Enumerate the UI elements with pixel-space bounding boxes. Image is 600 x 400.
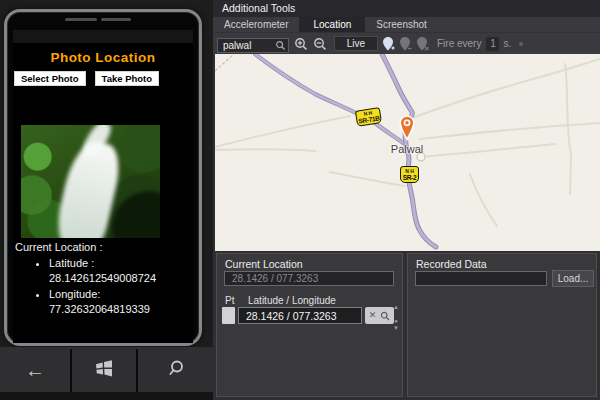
location-list: Latitude : 28.142612549008724 Longitude:…: [25, 256, 156, 318]
phone-chassis-bottom: [0, 392, 213, 400]
current-location-title: Current Location: [225, 258, 303, 270]
add-pin-icon[interactable]: [383, 37, 395, 51]
scroll-thumb-icon[interactable]: ●: [394, 318, 398, 325]
search-icon[interactable]: [275, 37, 286, 55]
highway-shield-sr2: N H SR-2: [400, 166, 419, 183]
fire-interval-unit: s.: [503, 38, 511, 49]
map-toolbar: Live Fire: [213, 33, 600, 54]
latitude-label: Latitude :: [49, 256, 156, 271]
pin-mode-icon[interactable]: [400, 37, 412, 51]
speaker-grille: [101, 18, 131, 21]
phone-status-bar: [13, 30, 193, 43]
fire-every-label: Fire every: [437, 38, 481, 49]
search-icon: [167, 359, 185, 381]
back-arrow-icon: ←: [25, 360, 45, 380]
speaker-grille: [65, 18, 97, 21]
latitude-item: Latitude : 28.142612549008724: [49, 256, 156, 285]
select-photo-button[interactable]: Select Photo: [14, 71, 86, 86]
panel-title: Additional Tools: [213, 0, 600, 17]
locate-point-icon[interactable]: [380, 307, 390, 325]
live-mode-button[interactable]: Live: [334, 36, 378, 51]
tab-accelerometer[interactable]: Accelerometer: [215, 17, 297, 32]
scroll-up-icon[interactable]: ▲: [393, 304, 399, 311]
scroll-down-icon[interactable]: ▼: [393, 325, 399, 332]
longitude-item: Longitude: 77.32632064819339: [49, 287, 156, 316]
waterfall-photo: [21, 125, 160, 238]
tab-bar: Accelerometer Location Screenshot: [213, 17, 600, 33]
current-location-panel: Current Location Pt Latitude / Longitude…: [216, 253, 403, 397]
latlong-column-header: Latitude / Longitude: [248, 295, 336, 306]
zoom-in-icon[interactable]: [294, 37, 308, 51]
app-title: Photo Location: [13, 50, 193, 65]
place-label: Palwal: [383, 143, 431, 155]
start-button[interactable]: [72, 347, 136, 392]
back-button[interactable]: ←: [0, 347, 70, 392]
windows-logo-icon: [93, 357, 115, 383]
map-canvas[interactable]: N H SR-71B N H SR-2 Palwal: [215, 54, 600, 251]
phone-body: Photo Location Select Photo Take Photo C…: [4, 9, 202, 346]
phone-nav-bar: ←: [0, 347, 213, 392]
point-row-actions: ✕: [365, 307, 394, 324]
phone-search-button[interactable]: [138, 347, 213, 392]
current-location-value: [224, 271, 394, 286]
zoom-out-icon[interactable]: [313, 37, 327, 51]
point-row-selector[interactable]: [222, 307, 235, 324]
point-latlong-input[interactable]: [238, 307, 362, 324]
longitude-value: 77.32632064819339: [49, 302, 156, 317]
longitude-label: Longitude:: [49, 287, 156, 302]
current-location-label: Current Location :: [15, 241, 102, 253]
additional-tools-panel: Additional Tools Accelerometer Location …: [213, 0, 600, 400]
map-pin-icon[interactable]: [399, 115, 415, 141]
latitude-value: 28.142612549008724: [49, 271, 156, 286]
clear-pins-icon[interactable]: [417, 37, 429, 51]
fire-interval-input[interactable]: 1: [486, 37, 499, 51]
recorded-data-panel: Recorded Data Load...: [407, 253, 597, 397]
tab-location[interactable]: Location: [299, 17, 365, 32]
remove-point-icon[interactable]: ✕: [369, 311, 377, 320]
points-scrollbar[interactable]: ▲ ● ▼: [392, 304, 400, 332]
pt-column-header: Pt: [225, 295, 234, 306]
load-button[interactable]: Load...: [552, 270, 594, 287]
phone-screen: Photo Location Select Photo Take Photo C…: [13, 30, 193, 343]
tab-screenshot[interactable]: Screenshot: [367, 17, 436, 32]
recorded-data-input[interactable]: [415, 271, 547, 286]
emulator-window: Photo Location Select Photo Take Photo C…: [0, 0, 600, 400]
phone-emulator: Photo Location Select Photo Take Photo C…: [0, 0, 213, 400]
fire-every-stepper-icon[interactable]: [519, 42, 523, 46]
recorded-data-title: Recorded Data: [416, 258, 487, 270]
take-photo-button[interactable]: Take Photo: [95, 71, 160, 86]
